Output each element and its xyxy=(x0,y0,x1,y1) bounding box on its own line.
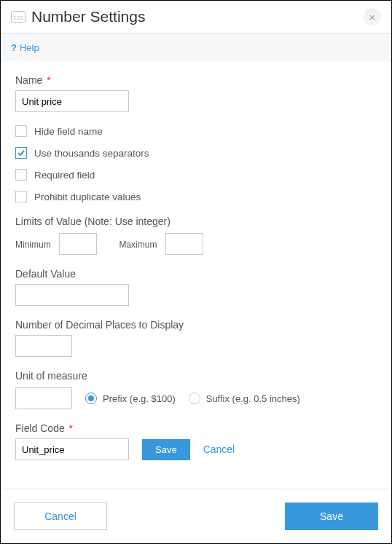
field-code-label: Field Code * xyxy=(15,422,377,434)
required-checkbox[interactable] xyxy=(15,169,27,181)
limits-section: Limits of Value (Note: Use integer) Mini… xyxy=(15,216,377,255)
decimal-places-input[interactable] xyxy=(15,335,72,357)
dialog-footer: Cancel Save xyxy=(1,489,391,543)
close-button[interactable]: × xyxy=(364,8,381,25)
thousands-label: Use thousands separators xyxy=(34,148,149,159)
name-input[interactable] xyxy=(15,90,129,112)
field-code-input[interactable] xyxy=(15,438,129,460)
help-link[interactable]: ? Help xyxy=(11,42,39,53)
thousands-row: Use thousands separators xyxy=(15,147,377,159)
default-value-section: Default Value xyxy=(15,268,377,306)
unit-measure-label: Unit of measure xyxy=(15,370,377,382)
required-mark: * xyxy=(47,74,50,86)
decimal-places-label: Number of Decimal Places to Display xyxy=(15,319,377,331)
hide-field-name-checkbox[interactable] xyxy=(15,125,27,137)
titlebar: 123 Number Settings × xyxy=(1,1,391,33)
field-code-save-button[interactable]: Save xyxy=(142,439,190,460)
limits-label: Limits of Value (Note: Use integer) xyxy=(15,216,377,227)
maximum-input[interactable] xyxy=(165,233,203,255)
field-code-section: Field Code * Save Cancel xyxy=(15,422,377,460)
hide-field-name-row: Hide field name xyxy=(15,125,377,137)
unit-measure-section: Unit of measure Prefix (e.g. $100) Suffi… xyxy=(15,370,377,409)
number-field-icon: 123 xyxy=(11,11,26,23)
svg-text:123: 123 xyxy=(13,15,23,21)
name-label: Name * xyxy=(15,74,377,86)
name-section: Name * xyxy=(15,74,377,112)
required-mark: * xyxy=(69,422,73,434)
check-icon xyxy=(17,149,26,157)
hide-field-name-label: Hide field name xyxy=(34,126,103,137)
cancel-button[interactable]: Cancel xyxy=(14,502,107,530)
close-icon: × xyxy=(369,12,376,23)
help-label: Help xyxy=(20,42,39,53)
save-button[interactable]: Save xyxy=(285,502,378,530)
thousands-checkbox[interactable] xyxy=(15,147,27,159)
field-code-cancel-link[interactable]: Cancel xyxy=(203,444,235,455)
default-value-input[interactable] xyxy=(15,284,129,306)
minimum-input[interactable] xyxy=(59,233,97,255)
help-bar: ? Help xyxy=(1,33,391,61)
required-row: Required field xyxy=(15,169,377,181)
unit-measure-input[interactable] xyxy=(15,387,72,409)
dialog-number-settings: 123 Number Settings × ? Help Name * Hide… xyxy=(0,0,392,544)
dialog-body: Name * Hide field name Use thousands sep… xyxy=(1,61,391,489)
decimal-places-section: Number of Decimal Places to Display xyxy=(15,319,377,357)
prefix-label: Prefix (e.g. $100) xyxy=(103,393,176,404)
minimum-label: Minimum xyxy=(15,240,51,250)
suffix-radio[interactable] xyxy=(189,393,200,404)
dialog-title: Number Settings xyxy=(31,8,364,25)
prohibit-dup-checkbox[interactable] xyxy=(15,191,27,202)
prohibit-dup-row: Prohibit duplicate values xyxy=(15,191,377,202)
help-icon: ? xyxy=(11,42,17,53)
required-label: Required field xyxy=(34,170,95,181)
maximum-label: Maximum xyxy=(119,240,157,250)
default-value-label: Default Value xyxy=(15,268,377,280)
prefix-radio[interactable] xyxy=(85,393,97,404)
suffix-label: Suffix (e.g. 0.5 inches) xyxy=(206,393,300,404)
prohibit-dup-label: Prohibit duplicate values xyxy=(34,192,141,202)
